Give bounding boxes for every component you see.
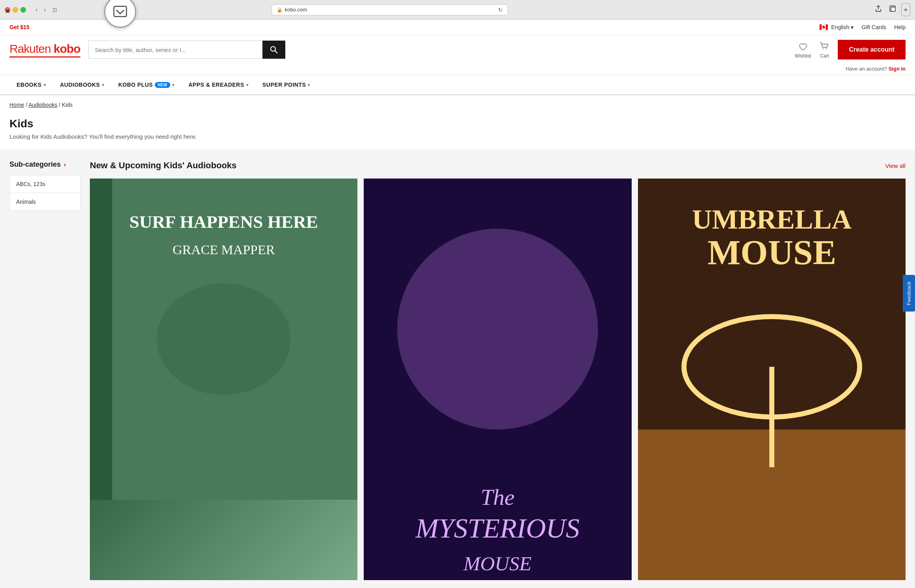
sidebar-button[interactable]: ⊡ bbox=[50, 5, 60, 15]
website-content: Get $15 🇨🇦 English ▾ Gift Cards Help Rak… bbox=[0, 20, 915, 588]
language-selector[interactable]: English ▾ bbox=[831, 24, 854, 30]
nav-superpoints-label: SUPER POINTS bbox=[262, 82, 306, 88]
sign-in-link[interactable]: Sign in bbox=[889, 66, 906, 72]
svg-line-4 bbox=[275, 51, 277, 54]
svg-point-5 bbox=[823, 48, 824, 49]
view-all-link[interactable]: View all bbox=[885, 162, 906, 169]
search-button[interactable] bbox=[262, 41, 285, 59]
maximize-window-button[interactable] bbox=[20, 7, 26, 13]
nav-item-ebooks[interactable]: eBOOKS ▾ bbox=[9, 75, 53, 94]
svg-text:SURF HAPPENS HERE: SURF HAPPENS HERE bbox=[129, 212, 318, 232]
search-container bbox=[88, 41, 285, 59]
back-button[interactable]: ‹ bbox=[33, 5, 40, 15]
address-bar[interactable]: 🔒 kobo.com ↻ bbox=[272, 4, 508, 15]
logo-rakuten: Rakuten bbox=[9, 42, 51, 55]
breadcrumb-audiobooks[interactable]: Audiobooks bbox=[28, 102, 57, 108]
book-grid: SURF HAPPENS HERE GRACE MAPPER The MYSTE… bbox=[90, 179, 906, 580]
svg-text:UMBRELLA: UMBRELLA bbox=[692, 204, 852, 234]
tabs-button[interactable] bbox=[887, 3, 898, 16]
subcategory-item-animals[interactable]: Animals bbox=[10, 193, 80, 210]
subcategories-chevron: › bbox=[64, 161, 66, 168]
nav-apps-label: APPS & eREADERS bbox=[188, 82, 244, 88]
traffic-lights: ✕ bbox=[5, 7, 26, 13]
header-actions: Wishlist Cart Create account bbox=[795, 40, 906, 60]
offer-text[interactable]: Get $15 bbox=[9, 24, 30, 30]
nav-apps-chevron: ▾ bbox=[246, 83, 249, 87]
nav-ebooks-label: eBOOKS bbox=[17, 82, 42, 88]
lock-icon: 🔒 bbox=[277, 7, 283, 13]
minimize-window-button[interactable] bbox=[13, 7, 18, 13]
svg-text:MOUSE: MOUSE bbox=[463, 553, 532, 575]
gift-cards-link[interactable]: Gift Cards bbox=[861, 24, 886, 30]
book-card-3[interactable]: UMBRELLA MOUSE bbox=[638, 179, 906, 580]
breadcrumb-sep2: / bbox=[59, 102, 62, 108]
breadcrumb-current: Kids bbox=[62, 102, 73, 108]
logo[interactable]: Rakuten kobo bbox=[9, 42, 80, 58]
feedback-button[interactable]: Feedback bbox=[903, 275, 915, 311]
page-subtitle: Looking for Kids Audiobooks? You'll find… bbox=[9, 133, 906, 140]
page-title-section: Kids Looking for Kids Audiobooks? You'll… bbox=[0, 114, 915, 149]
nav-superpoints-chevron: ▾ bbox=[308, 83, 310, 87]
page-title: Kids bbox=[9, 117, 906, 130]
browser-toolbar-right: + bbox=[873, 3, 910, 16]
nav-audiobooks-chevron: ▾ bbox=[102, 83, 104, 87]
browser-chrome: ✕ ‹ › ⊡ 🔒 kobo.com ↻ bbox=[0, 0, 915, 20]
nav-item-koboplus[interactable]: KOBO PLUS NEW ▾ bbox=[111, 75, 181, 94]
nav-item-apps[interactable]: APPS & eREADERS ▾ bbox=[181, 75, 255, 94]
close-window-button[interactable]: ✕ bbox=[5, 7, 10, 13]
svg-point-6 bbox=[826, 48, 827, 49]
cart-label: Cart bbox=[820, 53, 829, 59]
main-navigation: eBOOKS ▾ AUDIOBOOKS ▾ KOBO PLUS NEW ▾ AP… bbox=[0, 75, 915, 95]
book-card-1[interactable]: SURF HAPPENS HERE GRACE MAPPER bbox=[90, 179, 357, 580]
subcategory-item-abcs[interactable]: ABCs, 123s bbox=[10, 175, 80, 193]
main-header-wrapper: Rakuten kobo bbox=[0, 35, 915, 95]
nav-audiobooks-label: AUDIOBOOKS bbox=[60, 82, 100, 88]
sign-in-prompt: Have an account? Sign in bbox=[0, 64, 915, 75]
browser-nav-buttons: ‹ › ⊡ bbox=[33, 5, 60, 15]
svg-text:MOUSE: MOUSE bbox=[707, 233, 836, 272]
svg-rect-0 bbox=[114, 6, 126, 17]
breadcrumb: Home / Audiobooks / Kids bbox=[0, 95, 915, 114]
nav-item-audiobooks[interactable]: AUDIOBOOKS ▾ bbox=[53, 75, 111, 94]
logo-text: Rakuten kobo bbox=[9, 42, 80, 56]
nav-koboplus-chevron: ▾ bbox=[172, 83, 175, 87]
language-label: English bbox=[831, 24, 849, 30]
new-tab-button[interactable]: + bbox=[901, 3, 910, 16]
svg-point-13 bbox=[397, 229, 598, 429]
main-header: Rakuten kobo bbox=[0, 35, 915, 64]
share-button[interactable] bbox=[873, 3, 884, 16]
search-input[interactable] bbox=[88, 41, 262, 59]
breadcrumb-home[interactable]: Home bbox=[9, 102, 24, 108]
svg-point-3 bbox=[271, 47, 275, 51]
feedback-container: Feedback bbox=[903, 275, 915, 313]
book-cover-3: UMBRELLA MOUSE bbox=[638, 179, 906, 580]
book-card-2[interactable]: The MYSTERIOUS MOUSE bbox=[364, 179, 631, 580]
cart-button[interactable]: Cart bbox=[819, 41, 830, 59]
wishlist-label: Wishlist bbox=[795, 53, 811, 59]
nav-koboplus-badge: NEW bbox=[155, 82, 170, 88]
subcategories-header[interactable]: Sub-categories › bbox=[9, 160, 80, 169]
subcategories-title: Sub-categories bbox=[9, 160, 61, 169]
nav-item-superpoints[interactable]: SUPER POINTS ▾ bbox=[255, 75, 317, 94]
language-dropdown-chevron: ▾ bbox=[851, 24, 854, 30]
create-account-button[interactable]: Create account bbox=[838, 40, 906, 60]
book-cover-2: The MYSTERIOUS MOUSE bbox=[364, 179, 631, 580]
svg-text:The: The bbox=[481, 485, 515, 510]
subcategory-list: ABCs, 123s Animals bbox=[9, 175, 80, 211]
section-title: New & Upcoming Kids' Audiobooks bbox=[90, 160, 236, 171]
main-content: New & Upcoming Kids' Audiobooks View all… bbox=[90, 160, 906, 580]
svg-text:MYSTERIOUS: MYSTERIOUS bbox=[415, 513, 580, 543]
reload-button[interactable]: ↻ bbox=[498, 7, 503, 13]
logo-kobo: kobo bbox=[51, 42, 80, 55]
sign-in-prompt-text: Have an account? bbox=[846, 66, 887, 72]
url-text: kobo.com bbox=[285, 7, 307, 13]
svg-rect-9 bbox=[90, 179, 112, 500]
book-cover-1: SURF HAPPENS HERE GRACE MAPPER bbox=[90, 179, 357, 580]
wishlist-button[interactable]: Wishlist bbox=[795, 41, 811, 59]
forward-button[interactable]: › bbox=[41, 5, 48, 15]
svg-text:GRACE MAPPER: GRACE MAPPER bbox=[173, 242, 275, 257]
nav-ebooks-chevron: ▾ bbox=[44, 83, 46, 87]
help-link[interactable]: Help bbox=[894, 24, 906, 30]
section-header: New & Upcoming Kids' Audiobooks View all bbox=[90, 160, 906, 171]
logo-underline bbox=[9, 56, 80, 58]
